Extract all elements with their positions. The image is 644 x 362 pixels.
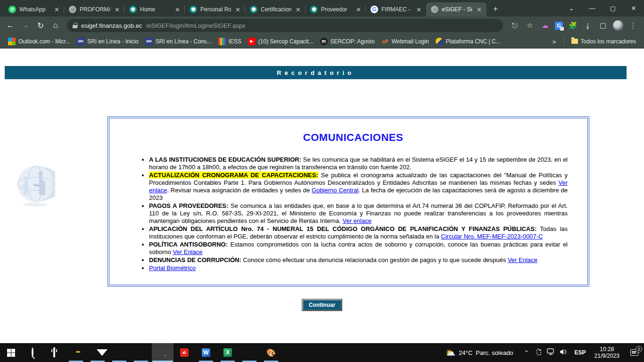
window-controls: ⌄ — ▢ ✕ [561,0,644,16]
profile-avatar[interactable] [613,20,623,31]
bookmark-item-1[interactable]: SRISRI en Línea - Inicio [74,36,142,47]
globe-icon [431,6,438,13]
language-indicator[interactable]: ESP [571,349,590,356]
link[interactable]: Circular Nro. MEF-MEF-2023-0007-C [441,233,543,240]
taskbar-start-button[interactable] [0,343,22,362]
task-view-icon [53,348,55,357]
all-bookmarks-button[interactable]: Todos los marcadores [568,36,639,47]
browser-tab-3[interactable]: ✾Personal Rol✕ [185,2,245,16]
bookmark-label: SERCOP: Agosto [330,38,375,45]
kebab-menu-icon[interactable]: ⋮ [628,21,638,30]
taskbar-spotify-button[interactable] [239,343,260,362]
link[interactable]: Portal Biométrico [149,264,196,272]
list-item-1: ACTUALIZACIÓN CRONOGRAMA DE CAPACITACION… [149,172,568,202]
communications-list: A LAS INSTITUCIONES DE EDUCACIÓN SUPERIO… [139,156,568,272]
browser-tab-4[interactable]: ✾Certificacione✕ [245,2,305,16]
bookmark-item-3[interactable]: IESS [215,36,245,47]
reload-button[interactable]: ↻ [34,19,47,32]
weather-widget[interactable]: ⛅ 24°C Parc. soleado [440,348,519,358]
browser-tab-7[interactable]: eSIGEF - Siste✕ [426,2,487,16]
bookmark-item-2[interactable]: SRISRI en Línea - Cons... [142,36,215,47]
bookmark-label: SRI en Línea - Inicio [87,38,139,45]
cloud-extension-icon[interactable]: ☁ [540,21,550,30]
sercop-gear-icon: ✾ [250,6,257,13]
list-item-2: PAGOS A PROVEEDORES: Se comunica a las e… [149,202,568,225]
browser-tab-1[interactable]: PROFORMA 3✕ [64,2,124,16]
toolbar-actions: ⎋ ☆ ☁ G 🧩 ⭳ ▢ ⋮ [508,20,640,31]
word-icon: W [202,348,210,357]
close-button[interactable]: ✕ [623,0,644,16]
system-tray: ⌃ [519,348,571,357]
volume-icon[interactable] [558,348,569,357]
bullet-lead: ACTUALIZACIÓN CRONOGRAMA DE CAPACITACION… [149,172,318,179]
bookmark-item-4[interactable]: ▶(10) Sercop Capacit... [245,36,317,47]
bookmark-item-6[interactable]: cPWebmail Login [378,36,432,47]
link[interactable]: Gobierno Central [312,187,358,194]
lock-icon[interactable] [73,23,77,28]
network-icon[interactable] [545,348,557,357]
address-bar[interactable]: esigef.finanzas.gob.ec/eSIGEF/login/frmL… [67,19,503,32]
home-button[interactable]: ⌂ [49,19,62,32]
link[interactable]: Ver Enlace [173,248,203,255]
browser-tab-5[interactable]: ✾Proveedor✕ [305,2,366,16]
bookmark-label: (10) Sercop Capacit... [258,38,314,45]
clock-date: 21/9/2023 [594,353,619,359]
bullet-lead: PAGOS A PROVEEDORES: [149,202,228,209]
tab-close-icon[interactable]: ✕ [234,6,241,13]
bookmark-item-5[interactable]: mSERCOP: Agosto [317,36,378,47]
taskbar-file-explorer-button[interactable] [65,343,87,362]
forward-button[interactable]: → [19,19,32,32]
link[interactable]: Ver enlace [343,217,372,224]
back-button[interactable]: ← [4,19,17,32]
tab-title: Certificacione [261,6,291,13]
bookmarks-overflow-chevron[interactable]: » [549,38,560,45]
link[interactable]: Ver Enlace [508,256,537,263]
reading-list-icon[interactable]: ▢ [598,21,608,30]
chevron-down-icon[interactable]: ⌄ [561,0,582,16]
continue-button[interactable]: Continuar [302,299,342,311]
taskbar-firefox-button[interactable] [108,343,130,362]
taskbar-word-button[interactable]: W [195,343,217,362]
tab-close-icon[interactable]: ✕ [295,6,302,13]
maximize-button[interactable]: ▢ [603,0,623,16]
bookmark-item-7[interactable]: Plataforma CNC | C... [432,36,504,47]
tab-title: WhatsApp [19,6,50,13]
clock[interactable]: 10:28 21/9/2023 [590,346,624,359]
taskbar-mail-button[interactable] [87,343,108,362]
taskbar-edge-button[interactable] [130,343,152,362]
share-icon[interactable]: ⎋ [510,21,520,30]
taskbar-task-view-button[interactable] [43,343,65,362]
tab-close-icon[interactable]: ✕ [114,6,121,13]
translate-extension-icon[interactable]: G [555,22,563,30]
list-item-4: POLÍTICA ANTISOBORNO: Estamos comprometi… [149,241,568,256]
bookmark-item-0[interactable]: Outlook.com - Micr... [5,36,74,47]
taskbar-search-button[interactable] [22,343,43,362]
taskbar-chrome-button[interactable] [152,343,173,362]
esigef-page: Recordatorio COMUNICACIONES A LAS INSTIT… [0,49,644,343]
taskbar-excel-button[interactable]: X [217,343,239,362]
bookmark-label: IESS [229,38,241,45]
new-tab-button[interactable]: + [489,3,502,15]
tab-close-icon[interactable]: ✕ [476,6,483,13]
minimize-button[interactable]: — [582,0,603,16]
bookmark-star-icon[interactable]: ☆ [525,21,535,30]
extensions-puzzle-icon[interactable]: 🧩 [568,21,578,30]
list-item-0: A LAS INSTITUCIONES DE EDUCACIÓN SUPERIO… [149,156,568,171]
chevron-up-icon[interactable]: ⌃ [521,349,532,356]
browser-tab-0[interactable]: ✆WhatsApp✕ [4,2,64,16]
downloads-icon[interactable]: ⭳ [583,22,593,30]
tab-close-icon[interactable]: ✕ [53,6,60,13]
all-bookmarks-label: Todos los marcadores [581,38,636,45]
taskbar-acrobat-button[interactable]: ꩜ [173,343,195,362]
notification-center[interactable]: 2 [624,349,644,356]
phone-link-icon[interactable] [533,348,545,357]
browser-toolbar: ← → ↻ ⌂ esigef.finanzas.gob.ec/eSIGEF/lo… [0,16,644,34]
tab-close-icon[interactable]: ✕ [415,6,422,13]
taskbar-paint-button[interactable]: 🎨 [260,343,282,362]
tab-close-icon[interactable]: ✕ [355,6,362,13]
sercop-gear-icon: ✾ [129,6,137,13]
sercop-m-icon: m [320,38,328,45]
browser-tab-6[interactable]: GFIRMAEC - Bu✕ [366,2,426,16]
browser-tab-2[interactable]: ✾Home✕ [124,2,185,16]
tab-close-icon[interactable]: ✕ [174,6,181,13]
